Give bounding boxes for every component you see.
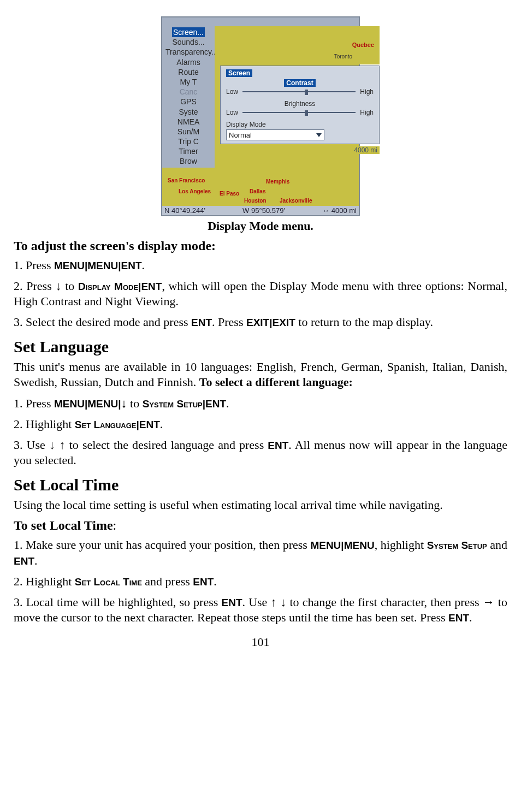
key-ent: ENT — [193, 576, 214, 588]
menu-item[interactable]: Transparency... — [165, 47, 211, 57]
brightness-low: Low — [226, 109, 238, 116]
heading-set-local-time: Set Local Time — [14, 476, 507, 494]
title-bar — [162, 17, 359, 26]
map-label: Jacksonville — [280, 198, 312, 204]
down-arrow-icon: ↓ — [121, 396, 127, 410]
brightness-high: High — [360, 109, 374, 116]
heading-set-language: Set Language — [14, 337, 507, 356]
step: 1. Make sure your unit has acquired your… — [14, 537, 507, 568]
key-ent: ENT — [14, 555, 34, 567]
chevron-down-icon — [316, 133, 322, 137]
right-arrow-icon: → — [483, 595, 495, 609]
key-ent: ENT — [448, 612, 469, 624]
step: 1. Press MENU|MENU|↓ to System Setup|ENT… — [14, 396, 507, 411]
key-menu: MENU — [87, 398, 118, 410]
screenshot: Screen... Sounds... Transparency... Alar… — [161, 16, 360, 216]
map-label: Dallas — [250, 188, 265, 194]
menu-item[interactable]: Route — [165, 67, 211, 77]
key-menu: MENU — [310, 540, 341, 551]
menu-item[interactable]: Trip C — [165, 137, 211, 146]
main-menu: Screen... Sounds... Transparency... Alar… — [162, 26, 215, 168]
coord-lat: N 40°49.244' — [164, 206, 205, 215]
display-mode-value: Normal — [229, 131, 252, 139]
heading-adjust-display: To adjust the screen's display mode: — [14, 239, 507, 253]
menu-item[interactable]: Sounds... — [165, 37, 211, 47]
brightness-slider[interactable] — [242, 112, 356, 113]
key-ent: ENT — [141, 281, 162, 292]
key-ent: ENT — [205, 398, 226, 410]
menu-item[interactable]: Brow — [165, 156, 211, 166]
display-mode-label: Display Mode — [226, 121, 374, 128]
paragraph: This unit's menus are available in 10 la… — [14, 359, 507, 390]
menu-item[interactable]: Syste — [165, 107, 211, 117]
down-up-arrow-icon: ↓ ↑ — [49, 438, 66, 452]
map-label: Toronto — [334, 54, 352, 60]
key-menu: MENU — [54, 398, 85, 410]
step: 2. Highlight Set Language|ENT. — [14, 417, 507, 432]
down-arrow-icon: ↓ — [55, 279, 61, 293]
scale-right: 4000 mi — [215, 146, 380, 154]
map-label: El Paso — [220, 191, 239, 197]
cmd-system-setup: System Setup — [143, 398, 203, 410]
overlay-title: Screen — [226, 69, 252, 77]
map-label: Houston — [244, 198, 267, 204]
key-ent: ENT — [121, 260, 142, 271]
brightness-label: Brightness — [285, 100, 316, 108]
coord-bar: N 40°49.244' W 95°50.579' ↔ 4000 mi — [162, 206, 359, 215]
menu-item[interactable]: My T — [165, 77, 211, 87]
cmd-set-language: Set Language — [75, 419, 137, 430]
key-ent: ENT — [139, 419, 160, 430]
map-label: Quebec — [352, 42, 374, 48]
figure-caption: Display Mode menu. — [14, 219, 507, 233]
contrast-slider[interactable] — [242, 91, 356, 92]
coord-scale: ↔ 4000 mi — [322, 206, 357, 215]
cmd-set-local-time: Set Local Time — [75, 576, 142, 588]
map-label: Los Angeles — [179, 188, 211, 194]
menu-item-screen[interactable]: Screen... — [172, 27, 205, 37]
step: 1. Press MENU|MENU|ENT. — [14, 258, 507, 273]
page-number: 101 — [14, 635, 507, 649]
coord-lon: W 95°50.579' — [242, 206, 285, 215]
menu-item[interactable]: Canc — [165, 87, 211, 97]
display-mode-dropdown[interactable]: Normal — [226, 129, 324, 140]
key-menu: MENU — [54, 260, 85, 271]
map-top: Quebec Toronto — [215, 26, 380, 64]
paragraph: Using the local time setting is useful w… — [14, 497, 507, 513]
screen-overlay: Screen Contrast Low High Brightness Low … — [220, 66, 380, 144]
key-ent: ENT — [268, 440, 288, 451]
key-ent: ENT — [222, 597, 242, 608]
map-label: Memphis — [266, 179, 289, 185]
figure-display-mode: Screen... Sounds... Transparency... Alar… — [14, 16, 507, 233]
map-bottom: San Francisco Los Angeles El Paso Dallas… — [162, 168, 359, 206]
menu-item[interactable]: NMEA — [165, 117, 211, 127]
map-label: San Francisco — [168, 177, 205, 183]
key-exit: EXIT — [246, 317, 269, 328]
step: 3. Select the desired mode and press ENT… — [14, 315, 507, 330]
cmd-display-mode: Display Mode — [78, 281, 138, 292]
step: 3. Local time will be highlighted, so pr… — [14, 595, 507, 625]
menu-item[interactable]: Timer — [165, 146, 211, 156]
step: 2. Press ↓ to Display Mode|ENT, which wi… — [14, 278, 507, 309]
key-ent: ENT — [191, 317, 212, 328]
key-menu: MENU — [87, 260, 118, 271]
contrast-low: Low — [226, 88, 238, 96]
contrast-high: High — [360, 88, 374, 96]
step: 3. Use ↓ ↑ to select the desired languag… — [14, 437, 507, 468]
menu-item[interactable]: Alarms — [165, 57, 211, 67]
contrast-label: Contrast — [284, 79, 315, 87]
up-down-arrow-icon: ↑ ↓ — [271, 595, 287, 609]
key-exit: EXIT — [273, 317, 295, 328]
menu-item[interactable]: Sun/M — [165, 127, 211, 137]
key-menu: MENU — [344, 540, 375, 551]
menu-item[interactable]: GPS — [165, 97, 211, 106]
cmd-system-setup: System Setup — [427, 540, 487, 551]
step: 2. Highlight Set Local Time and press EN… — [14, 574, 507, 589]
subheading-set-local-time: To set Local Time: — [14, 518, 507, 533]
